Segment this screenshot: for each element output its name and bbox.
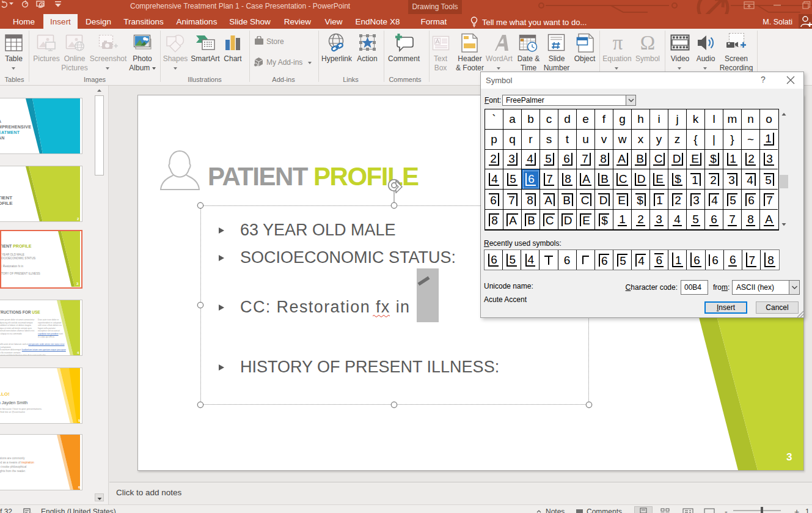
svg-text:5: 5	[78, 419, 81, 423]
svg-text:6: 6	[78, 485, 81, 489]
svg-text:3: 3	[786, 451, 792, 463]
